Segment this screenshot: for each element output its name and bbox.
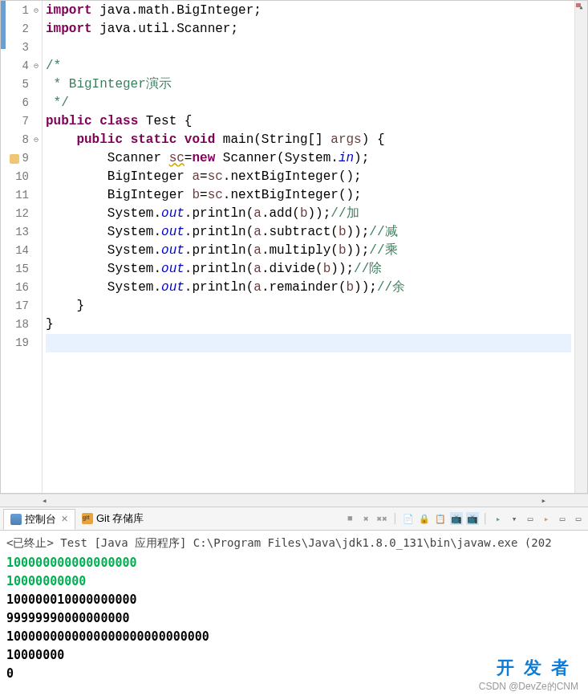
code-line[interactable]: System.out.println(a.add(b));//加: [46, 205, 574, 223]
code-line[interactable]: System.out.println(a.remainder(b));//余: [46, 279, 574, 297]
tab-console-label: 控制台: [25, 512, 56, 527]
console-line: 0: [6, 665, 582, 683]
code-area[interactable]: import java.math.BigInteger;import java.…: [43, 1, 574, 493]
close-icon[interactable]: ✕: [61, 514, 68, 524]
code-line[interactable]: [46, 334, 571, 352]
line-number: 6: [1, 94, 39, 112]
line-number: 16: [1, 279, 39, 297]
new-console-icon[interactable]: ▸: [540, 512, 553, 525]
scroll-down-icon[interactable]: [575, 480, 587, 493]
open-console-icon[interactable]: ▸: [492, 512, 505, 525]
code-line[interactable]: System.out.println(a.subtract(b));//减: [46, 223, 574, 242]
remove-launch-icon[interactable]: ✖: [359, 512, 372, 525]
console-line: 10000000000: [6, 572, 582, 591]
code-line[interactable]: * BigInteger演示: [46, 75, 574, 94]
console-icon: [10, 514, 22, 525]
console-toolbar: ■ ✖ ✖✖ | 📄 🔒 📋 📺 📺 | ▸ ▾ ▭ ▸ ▭ ▭: [343, 512, 585, 525]
scroll-left-icon[interactable]: ◂: [42, 495, 47, 506]
line-number: 10: [1, 168, 39, 186]
line-number: 15: [1, 260, 39, 279]
minimize-icon[interactable]: ▭: [556, 512, 569, 525]
change-marker: [1, 1, 6, 49]
fold-icon[interactable]: ⊖: [30, 131, 39, 149]
horizontal-scrollbar[interactable]: ◂ ▸: [0, 494, 588, 507]
maximize-icon[interactable]: ▭: [572, 512, 585, 525]
code-line[interactable]: public static void main(String[] args) {: [46, 131, 574, 149]
code-line[interactable]: System.out.println(a.divide(b));//除: [46, 260, 574, 279]
line-number: 5: [1, 75, 39, 94]
code-line[interactable]: import java.util.Scanner;: [46, 20, 574, 39]
code-line[interactable]: System.out.println(a.multiply(b));//乘: [46, 242, 574, 260]
git-icon: [82, 513, 93, 524]
line-number: 9: [1, 149, 39, 168]
console-output[interactable]: <已终止> Test [Java 应用程序] C:\Program Files\…: [0, 531, 588, 686]
warning-marker-icon: [10, 154, 19, 164]
code-line[interactable]: }: [46, 297, 574, 315]
line-number: 3: [1, 39, 39, 57]
line-number: 17: [1, 297, 39, 315]
console-line: 1000000000000000000000000000: [6, 628, 582, 646]
tab-console[interactable]: 控制台 ✕: [3, 509, 75, 530]
console-line: 10000000: [6, 646, 582, 665]
line-number: 19: [1, 334, 39, 352]
fold-icon[interactable]: ⊖: [30, 57, 39, 75]
bottom-tabs-bar: 控制台 ✕ Git 存储库 ■ ✖ ✖✖ | 📄 🔒 📋 📺 📺 | ▸ ▾ ▭…: [0, 507, 588, 531]
line-number: 14: [1, 242, 39, 260]
line-number: 7: [1, 112, 39, 131]
display-selected-icon[interactable]: ▾: [508, 512, 521, 525]
line-number: 1⊖: [1, 2, 39, 20]
code-line[interactable]: */: [46, 94, 574, 112]
code-line[interactable]: BigInteger b=sc.nextBigInteger();: [46, 186, 574, 205]
tab-git[interactable]: Git 存储库: [75, 509, 150, 528]
stop-icon[interactable]: ■: [343, 512, 356, 525]
show-console-icon[interactable]: 📺: [450, 512, 463, 525]
line-number: 12: [1, 205, 39, 223]
code-line[interactable]: import java.math.BigInteger;: [46, 2, 574, 20]
code-line[interactable]: BigInteger a=sc.nextBigInteger();: [46, 168, 574, 186]
code-line[interactable]: [46, 39, 574, 57]
word-wrap-icon[interactable]: 📋: [434, 512, 447, 525]
line-number: 13: [1, 223, 39, 242]
scroll-lock-icon[interactable]: 🔒: [418, 512, 431, 525]
vertical-scrollbar[interactable]: ▴: [574, 1, 587, 493]
code-line[interactable]: /*: [46, 57, 574, 75]
code-line[interactable]: }: [46, 315, 574, 334]
pin-icon[interactable]: ▭: [524, 512, 537, 525]
show-err-icon[interactable]: 📺: [466, 512, 479, 525]
console-line: 99999990000000000: [6, 609, 582, 628]
code-editor-pane: 1⊖234⊖5678⊖910111213141516171819 import …: [0, 0, 588, 494]
code-line[interactable]: Scanner sc=new Scanner(System.in);: [46, 149, 574, 168]
console-line: 100000000000000000: [6, 554, 582, 572]
clear-icon[interactable]: 📄: [402, 512, 415, 525]
tab-git-label: Git 存储库: [96, 511, 144, 526]
remove-all-icon[interactable]: ✖✖: [375, 512, 388, 525]
line-number: 8⊖: [1, 131, 39, 149]
code-line[interactable]: public class Test {: [46, 112, 574, 131]
fold-icon[interactable]: ⊖: [30, 2, 39, 20]
line-number-gutter[interactable]: 1⊖234⊖5678⊖910111213141516171819: [1, 1, 43, 493]
scroll-right-icon[interactable]: ▸: [541, 495, 546, 506]
line-number: 4⊖: [1, 57, 39, 75]
line-number: 11: [1, 186, 39, 205]
overview-marker: [576, 3, 581, 7]
line-number: 18: [1, 315, 39, 334]
console-line: 100000010000000000: [6, 591, 582, 609]
line-number: 2: [1, 20, 39, 39]
console-title: <已终止> Test [Java 应用程序] C:\Program Files\…: [6, 534, 582, 552]
